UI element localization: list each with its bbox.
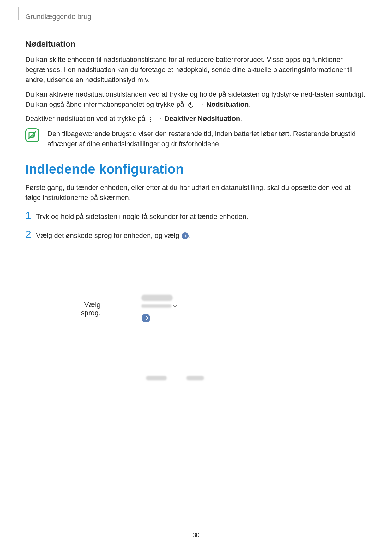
- section-emergency-title: Nødsituation: [25, 39, 367, 49]
- svg-point-2: [150, 117, 151, 118]
- breadcrumb: Grundlæggende brug: [25, 13, 367, 21]
- emergency-paragraph-3: Deaktiver nødsituation ved at trykke på …: [25, 114, 367, 124]
- callout-choose-language: Vælg sprog.: [69, 301, 100, 317]
- step-2-number: 2: [25, 229, 36, 239]
- emergency-paragraph-2: Du kan aktivere nødsituationstilstanden …: [25, 89, 367, 110]
- header-accent-line: [18, 7, 19, 20]
- phone-continue-button: [141, 313, 151, 324]
- phone-language-selector: [141, 303, 177, 309]
- svg-point-3: [150, 119, 151, 120]
- step-1-number: 1: [25, 210, 36, 220]
- step-2-text-b: .: [189, 232, 191, 239]
- phone-bottom-right-btn: [186, 376, 204, 380]
- emergency-p3-text-a: Deaktiver nødsituation ved at trykke på: [25, 115, 147, 123]
- emergency-p3-arrow: →: [156, 115, 165, 123]
- step-2: 2 Vælg det ønskede sprog for enheden, og…: [25, 229, 367, 241]
- emergency-paragraph-1: Du kan skifte enheden til nødsituationst…: [25, 55, 367, 85]
- emergency-p2-bold: Nødsituation: [206, 100, 249, 108]
- svg-point-4: [150, 121, 151, 122]
- phone-language-value: [141, 304, 171, 308]
- emergency-p3-end: .: [240, 115, 242, 123]
- section-setup-title: Indledende konfiguration: [25, 162, 367, 177]
- phone-mockup: [136, 248, 214, 386]
- callout-line: [103, 305, 136, 305]
- note-text: Den tilbageværende brugstid viser den re…: [47, 128, 367, 149]
- setup-intro: Første gang, du tænder enheden, eller ef…: [25, 183, 367, 203]
- step-1: 1 Tryk og hold på sidetasten i nogle få …: [25, 210, 367, 222]
- step-2-text: Vælg det ønskede sprog for enheden, og v…: [36, 231, 191, 241]
- emergency-p2-arrow: →: [197, 100, 206, 108]
- phone-title-placeholder: [141, 295, 173, 301]
- phone-bottom-left-btn: [146, 376, 167, 380]
- page-number: 30: [0, 532, 392, 539]
- note-block: Den tilbageværende brugstid viser den re…: [25, 128, 367, 149]
- arrow-right-circle-icon: [181, 232, 189, 240]
- step-1-text: Tryk og hold på sidetasten i nogle få se…: [36, 212, 248, 222]
- emergency-p2-end: .: [249, 100, 250, 108]
- more-vert-icon: [149, 116, 152, 123]
- emergency-p2-text-a: Du kan aktivere nødsituationstilstanden …: [25, 90, 365, 108]
- power-icon: [187, 101, 194, 108]
- note-icon: [25, 128, 39, 143]
- emergency-p3-bold: Deaktiver Nødsituation: [165, 115, 240, 123]
- step-2-text-a: Vælg det ønskede sprog for enheden, og v…: [36, 232, 181, 239]
- chevron-down-icon: [173, 303, 177, 309]
